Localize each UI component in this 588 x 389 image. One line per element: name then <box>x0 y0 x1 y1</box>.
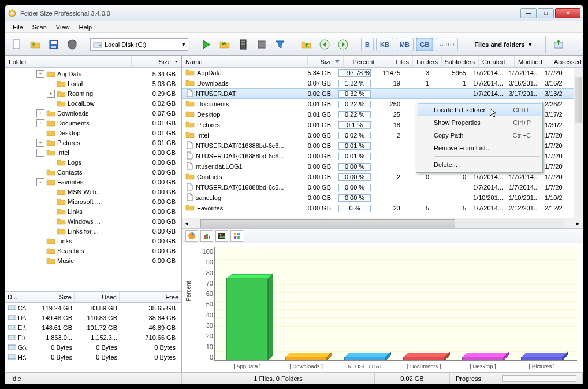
tree-row[interactable]: Microsoft ...0.00 GB <box>5 197 181 206</box>
expand-toggle[interactable]: + <box>36 109 44 117</box>
list-row[interactable]: sanct.log0.00 GB0.00 %1/10/201...1/10/20… <box>182 192 583 203</box>
folder-tree[interactable]: +AppData5.34 GBLocal5.03 GB+Roaming0.29 … <box>5 68 181 291</box>
tree-row[interactable]: Windows ...0.00 GB <box>5 216 181 226</box>
tree-row[interactable]: +Downloads0.07 GB <box>5 108 181 118</box>
ctx-show-properties[interactable]: Show PropertiesCtrl+P <box>418 116 541 129</box>
list-row[interactable]: NTUSER.DAT0.02 GB0.32 %1/7/2014...3/17/2… <box>182 88 583 99</box>
disk-row[interactable]: H:\0 Bytes0 Bytes0 Bytes <box>5 352 181 362</box>
expand-toggle[interactable]: + <box>36 119 44 127</box>
list-row[interactable]: Favorites0.00 GB0 %23551/7/2014...2/12/2… <box>182 203 583 213</box>
disks-hdr-free[interactable]: Free <box>120 292 181 302</box>
back-button[interactable] <box>317 36 333 53</box>
tree-row[interactable]: Desktop0.01 GB <box>5 128 181 138</box>
tree-row[interactable]: LocalLow0.02 GB <box>5 98 181 108</box>
unit-b-button[interactable]: B <box>361 38 374 51</box>
tree-row[interactable]: -Favorites0.00 GB <box>5 177 181 187</box>
list-hdr-size[interactable]: Size <box>308 56 344 67</box>
chart-tab-pie[interactable] <box>185 230 198 242</box>
expand-toggle[interactable]: + <box>36 70 44 78</box>
chart-bar[interactable] <box>285 357 327 360</box>
tree-row[interactable]: Links0.00 GB <box>5 236 181 246</box>
chart-tab-bar[interactable] <box>200 230 213 242</box>
disk-row[interactable]: D:\149.48 GB110.83 GB38.64 GB <box>5 313 181 323</box>
tree-row[interactable]: +Documents0.01 GB <box>5 118 181 128</box>
disks-list[interactable]: C:\119.24 GB83.59 GB35.65 GBD:\149.48 GB… <box>5 303 181 372</box>
tree-row[interactable]: +Roaming0.29 GB <box>5 88 181 98</box>
ctx-delete[interactable]: Delete... <box>418 158 541 171</box>
unit-mb-button[interactable]: MB <box>396 38 414 51</box>
drive-dropdown[interactable]: Local Disk (C:) ▾ <box>90 38 188 51</box>
tree-row[interactable]: Logs0.00 GB <box>5 157 181 167</box>
list-hdr-folders[interactable]: Folders <box>413 56 442 67</box>
list-hdr-subfolders[interactable]: Subfolders <box>442 56 479 67</box>
titlebar[interactable]: Folder Size Professional 3.4.0.0 — □ ✕ <box>5 5 583 21</box>
list-row[interactable]: AppData5.34 GB97.78 %11475359651/7/2014.… <box>182 68 583 78</box>
menu-help[interactable]: Help <box>75 23 96 32</box>
ctx-locate-in-explorer[interactable]: Locate In ExplorerCtrl+E <box>418 103 541 116</box>
files-folders-dropdown[interactable]: Files and folders▾ <box>468 38 540 51</box>
expand-toggle[interactable]: + <box>47 90 55 98</box>
list-row[interactable]: Downloads0.07 GB1.32 %19111/7/2014...3/1… <box>182 78 583 88</box>
unit-kb-button[interactable]: KB <box>376 38 393 51</box>
scrollbar-thumb[interactable] <box>200 219 455 228</box>
close-button[interactable]: ✕ <box>555 8 580 18</box>
maximize-button[interactable]: □ <box>538 8 554 18</box>
list-row[interactable]: Contacts0.00 GB0.00 %2001/7/2014...1/7/2… <box>182 172 583 182</box>
tree-row[interactable]: MSN Web...0.00 GB <box>5 187 181 197</box>
list-row[interactable]: NTUSER.DAT{016888bd-6c6...0.00 GB0.00 %1… <box>182 182 583 192</box>
up-button[interactable] <box>298 36 314 53</box>
list-hdr-accessed[interactable]: Accessed <box>550 56 583 67</box>
scrollbar-thumb[interactable] <box>575 77 582 123</box>
minimize-button[interactable]: — <box>520 8 537 18</box>
chart-bar[interactable] <box>344 357 386 360</box>
unit-auto-button[interactable]: AUTO <box>436 38 458 51</box>
tree-row[interactable]: Local5.03 GB <box>5 79 181 88</box>
forward-button[interactable] <box>335 36 351 53</box>
tree-header-folder[interactable]: Folder <box>5 56 132 67</box>
vertical-scrollbar[interactable] <box>574 68 583 218</box>
list-hdr-created[interactable]: Created <box>479 56 515 67</box>
chart-bar[interactable] <box>462 357 504 360</box>
tree-row[interactable]: Music0.00 GB <box>5 255 181 265</box>
list-hdr-name[interactable]: Name <box>182 56 308 67</box>
disks-hdr-used[interactable]: Used <box>75 292 120 302</box>
tree-row[interactable]: Links0.00 GB <box>5 206 181 216</box>
tree-row[interactable]: +Pictures0.01 GB <box>5 138 181 147</box>
disks-hdr-size[interactable]: Size <box>29 292 75 302</box>
export-button[interactable] <box>550 36 567 53</box>
list-hdr-files[interactable]: Files <box>384 56 413 67</box>
menu-view[interactable]: View <box>52 23 74 32</box>
chart-tab-image[interactable] <box>215 230 228 242</box>
chart-bar[interactable] <box>403 357 445 360</box>
expand-toggle[interactable]: - <box>36 149 44 157</box>
chart-bar[interactable] <box>226 278 268 360</box>
list-hdr-modified[interactable]: Modified <box>515 56 550 67</box>
server-button[interactable] <box>235 36 251 53</box>
tree-row[interactable]: Links for ...0.00 GB <box>5 226 181 236</box>
save-button[interactable] <box>46 36 62 53</box>
horizontal-scrollbar[interactable]: ◂ ▸ <box>182 218 583 228</box>
menu-file[interactable]: File <box>9 23 27 32</box>
chart-bar[interactable] <box>521 357 563 360</box>
ctx-remove-from-list[interactable]: Remove From List... <box>418 142 541 154</box>
tree-row[interactable]: Contacts0.00 GB <box>5 167 181 177</box>
disk-row[interactable]: C:\119.24 GB83.59 GB35.65 GB <box>5 303 181 313</box>
menu-scan[interactable]: Scan <box>28 23 51 32</box>
tree-row[interactable]: Searches0.00 GB <box>5 246 181 255</box>
play-button[interactable] <box>198 36 214 53</box>
filter-button[interactable] <box>272 36 288 53</box>
ctx-copy-path[interactable]: Copy PathCtrl+C <box>418 129 541 142</box>
tree-header-size[interactable]: Size▾ <box>132 56 181 67</box>
new-scan-button[interactable] <box>9 36 25 53</box>
stop-button[interactable] <box>254 36 270 53</box>
chart-tab-details[interactable] <box>230 230 243 242</box>
tree-row[interactable]: -Intel0.00 GB <box>5 147 181 157</box>
expand-toggle[interactable]: - <box>36 178 44 186</box>
tree-row[interactable]: +AppData5.34 GB <box>5 69 181 79</box>
disk-row[interactable]: E:\148.61 GB101.72 GB46.89 GB <box>5 323 181 332</box>
scan-folder-button[interactable] <box>217 36 233 53</box>
list-hdr-percent[interactable]: Percent <box>344 56 384 67</box>
unit-gb-button[interactable]: GB <box>416 38 434 51</box>
open-button[interactable] <box>27 36 43 53</box>
disks-hdr-drive[interactable]: D... <box>5 292 29 302</box>
